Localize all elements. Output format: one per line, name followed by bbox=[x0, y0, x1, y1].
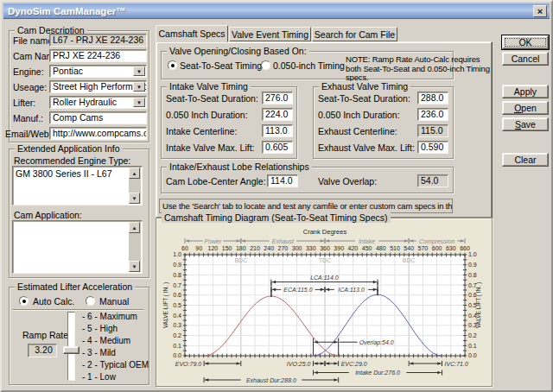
clear-button[interactable]: Clear bbox=[502, 153, 549, 167]
useage-select[interactable]: Street High Performance ▼ bbox=[49, 80, 147, 93]
tab-strip: Camshaft Specs Valve Event Timing Search… bbox=[156, 25, 493, 42]
inch-timing-radio[interactable] bbox=[261, 60, 270, 70]
seat-to-seat-label: Seat-To-Seat Timing bbox=[180, 60, 262, 71]
svg-text:Intake Dur:276.0: Intake Dur:276.0 bbox=[355, 370, 400, 376]
window-title: DynoSim CamManager™ bbox=[3, 6, 126, 16]
tab-valve-event-timing[interactable]: Valve Event Timing bbox=[229, 27, 311, 41]
slider-level-6: - 6 - Maximum bbox=[82, 312, 137, 321]
svg-text:VALVE LIFT ( IN. ): VALVE LIFT ( IN. ) bbox=[162, 282, 169, 328]
apply-button[interactable]: Apply bbox=[502, 85, 549, 98]
svg-text:0.3: 0.3 bbox=[173, 322, 181, 328]
ok-button-label: OK bbox=[503, 36, 548, 48]
svg-text:390: 390 bbox=[334, 245, 344, 251]
svg-text:270: 270 bbox=[278, 245, 289, 251]
engine-value: Pontiac bbox=[53, 66, 83, 76]
svg-text:0.0: 0.0 bbox=[173, 352, 181, 358]
cancel-button[interactable]: Cancel bbox=[502, 52, 549, 66]
intake-row-label: 0.050 Inch Duration: bbox=[166, 110, 248, 120]
slider-level-1: - 1 - Low bbox=[82, 372, 116, 382]
svg-text:0.2: 0.2 bbox=[468, 332, 477, 338]
cam-application-scrollbar[interactable]: ▲ ▼ bbox=[129, 222, 141, 272]
svg-text:1.0: 1.0 bbox=[173, 251, 181, 257]
ok-button[interactable]: OK bbox=[502, 35, 549, 49]
exhaust-row-label: Exhaust Valve Max. Lift: bbox=[318, 142, 415, 153]
engine-type-textarea[interactable]: GM 3800 Series II - L67 ▲ ▼ bbox=[12, 166, 143, 205]
clear-button-label: Clear bbox=[503, 154, 548, 166]
manual-radio[interactable] bbox=[86, 296, 95, 306]
ramp-rate-label: Ramp Rate: bbox=[22, 330, 71, 340]
exhaust-max-lift-field[interactable]: 0.590 bbox=[417, 141, 448, 154]
manual-label: Manual bbox=[99, 296, 129, 307]
auto-calc-radio[interactable] bbox=[19, 296, 29, 306]
cam-application-label: Cam Application: bbox=[14, 210, 82, 220]
cam-application-textarea[interactable]: ▲ ▼ bbox=[12, 220, 143, 274]
divider bbox=[12, 309, 143, 311]
svg-text:0.5: 0.5 bbox=[173, 302, 181, 308]
exhaust-s2s-duration-field[interactable]: 288.0 bbox=[417, 92, 448, 104]
svg-text:IVO:25.0: IVO:25.0 bbox=[287, 361, 311, 367]
svg-text:Power: Power bbox=[204, 238, 222, 244]
svg-text:300: 300 bbox=[292, 245, 302, 251]
save-button[interactable]: Save bbox=[502, 117, 549, 131]
useage-dropdown-icon[interactable]: ▼ bbox=[133, 82, 145, 92]
svg-text:360: 360 bbox=[320, 245, 330, 251]
svg-text:570: 570 bbox=[418, 245, 429, 251]
scroll-down-icon[interactable]: ▼ bbox=[129, 261, 140, 272]
svg-text:240: 240 bbox=[264, 245, 274, 251]
svg-text:Compression: Compression bbox=[419, 238, 454, 245]
title-bar[interactable]: DynoSim CamManager™ × bbox=[3, 3, 550, 19]
svg-text:0.6: 0.6 bbox=[173, 292, 181, 298]
ramp-rate-note: NOTE: Ramp Rate Auto-Calc requires both … bbox=[346, 55, 494, 83]
scroll-down-icon[interactable]: ▼ bbox=[129, 193, 140, 204]
svg-text:Exhaust Dur:288.0: Exhaust Dur:288.0 bbox=[246, 377, 296, 383]
cam-name-field[interactable]: PRJ XE 224-236 bbox=[49, 49, 147, 62]
valve-basis-title: Valve Opening/Closing Based On: bbox=[167, 46, 309, 56]
svg-text:540: 540 bbox=[404, 245, 414, 251]
status-text: Use the 'Search' tab to locate and test … bbox=[159, 199, 453, 213]
svg-text:Crank Degrees: Crank Degrees bbox=[303, 228, 347, 236]
svg-text:BDC: BDC bbox=[403, 257, 416, 263]
save-button-label: Save bbox=[503, 118, 548, 130]
open-button-label: Open bbox=[503, 102, 548, 114]
svg-text:180: 180 bbox=[236, 245, 246, 251]
svg-text:0.9: 0.9 bbox=[173, 262, 181, 268]
tab-camshaft-specs[interactable]: Camshaft Specs bbox=[156, 25, 228, 42]
engine-type-scrollbar[interactable]: ▲ ▼ bbox=[129, 168, 141, 204]
email-web-label: Email/Web: bbox=[5, 129, 52, 139]
file-name-field: L67 - PRJ XE 224-236 +1.6-1. bbox=[49, 34, 147, 47]
seat-to-seat-radio[interactable] bbox=[168, 60, 177, 70]
svg-text:Intake: Intake bbox=[359, 238, 375, 244]
valve-overlap-field: 54.0 bbox=[417, 174, 448, 187]
useage-label: Useage: bbox=[13, 82, 47, 92]
svg-text:0.1: 0.1 bbox=[468, 343, 477, 349]
lifter-select[interactable]: Roller Hydraulic ▼ bbox=[49, 96, 147, 109]
svg-text:EVO:79.0: EVO:79.0 bbox=[175, 361, 201, 367]
svg-text:510: 510 bbox=[390, 245, 400, 251]
engine-select[interactable]: Pontiac ▼ bbox=[49, 65, 147, 78]
email-web-field[interactable]: http://www.compcams.com bbox=[49, 127, 147, 140]
lobe-center-angle-field[interactable]: 114.0 bbox=[267, 174, 298, 187]
open-button[interactable]: Open bbox=[502, 101, 549, 115]
dynosim-cammanager-window: DynoSim CamManager™ × Cam Description Fi… bbox=[0, 0, 553, 392]
timing-diagram-title: Camshaft Timing Diagram (Seat-To-Seat Ti… bbox=[162, 212, 391, 223]
scroll-up-icon[interactable]: ▲ bbox=[129, 168, 140, 179]
slider-level-3: - 3 - Mild bbox=[82, 348, 116, 357]
intake-centerline-field[interactable]: 113.0 bbox=[262, 124, 293, 137]
engine-dropdown-icon[interactable]: ▼ bbox=[133, 66, 145, 76]
scroll-up-icon[interactable]: ▲ bbox=[129, 222, 140, 233]
svg-text:0.9: 0.9 bbox=[468, 262, 477, 268]
svg-text:ECA:115.0: ECA:115.0 bbox=[283, 287, 312, 293]
lifter-dropdown-icon[interactable]: ▼ bbox=[133, 98, 145, 107]
svg-text:EVC:29.0: EVC:29.0 bbox=[341, 361, 367, 367]
intake-max-lift-field[interactable]: 0.605 bbox=[262, 141, 293, 154]
manuf-label: Manuf.: bbox=[13, 113, 43, 123]
svg-text:120: 120 bbox=[208, 245, 219, 251]
intake-s2s-duration-field[interactable]: 276.0 bbox=[262, 92, 293, 104]
svg-text:ICA:113.0: ICA:113.0 bbox=[338, 287, 365, 293]
ramp-rate-slider-thumb[interactable] bbox=[63, 346, 79, 354]
intake-050-duration-field[interactable]: 224.0 bbox=[262, 108, 293, 121]
exhaust-050-duration-field[interactable]: 236.0 bbox=[417, 108, 448, 121]
close-icon[interactable]: × bbox=[533, 5, 547, 17]
tab-search-for-cam-file[interactable]: Search for Cam File bbox=[312, 27, 397, 41]
manuf-field[interactable]: Comp Cams bbox=[49, 111, 147, 124]
